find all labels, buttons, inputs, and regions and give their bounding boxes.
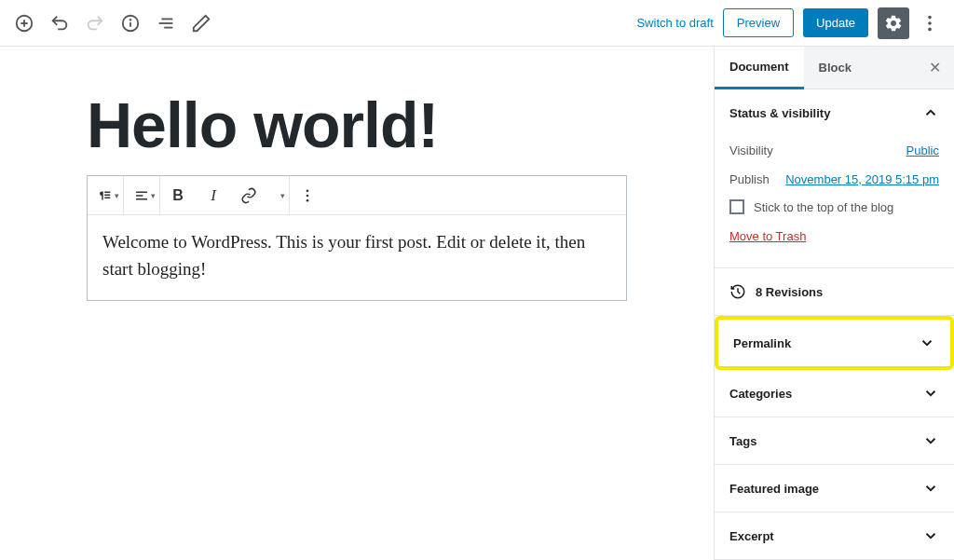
- svg-point-5: [130, 19, 131, 20]
- svg-point-9: [928, 15, 932, 19]
- chevron-down-icon: [922, 480, 939, 497]
- chevron-down-icon: [922, 385, 939, 402]
- visibility-label: Visibility: [729, 143, 773, 157]
- paragraph-content[interactable]: Welcome to WordPress. This is your first…: [88, 215, 626, 300]
- sidebar-tabs: Document Block ✕: [715, 47, 954, 89]
- link-button[interactable]: [231, 176, 266, 215]
- panel-tags-label: Tags: [729, 434, 756, 448]
- topbar-left-tools: [7, 7, 218, 40]
- editor-topbar: Switch to draft Preview Update: [0, 0, 954, 47]
- panel-featured-image: Featured image: [715, 465, 954, 512]
- add-block-button[interactable]: [7, 7, 41, 40]
- panel-featured-image-toggle[interactable]: Featured image: [715, 465, 954, 512]
- more-formatting-button[interactable]: [266, 176, 289, 215]
- block-more-button[interactable]: [290, 176, 325, 215]
- panel-excerpt-label: Excerpt: [729, 529, 774, 543]
- svg-point-15: [307, 189, 309, 192]
- settings-button[interactable]: [878, 7, 909, 39]
- chevron-down-icon: [922, 527, 939, 544]
- update-button[interactable]: Update: [803, 8, 868, 37]
- tab-block[interactable]: Block: [804, 48, 866, 88]
- bold-button[interactable]: B: [160, 176, 196, 215]
- chevron-down-icon: [919, 335, 935, 351]
- edit-mode-button[interactable]: [184, 7, 218, 40]
- panel-tags-toggle[interactable]: Tags: [715, 417, 954, 464]
- editor-inner: Hello world! B I: [40, 93, 674, 301]
- panel-categories-toggle[interactable]: Categories: [715, 370, 954, 417]
- publish-label: Publish: [729, 172, 770, 186]
- redo-button[interactable]: [78, 7, 112, 40]
- align-button[interactable]: [124, 176, 159, 215]
- settings-sidebar: Document Block ✕ Status & visibility Vis…: [714, 47, 954, 560]
- chevron-down-icon: [922, 432, 939, 449]
- panel-excerpt: Excerpt: [715, 512, 954, 560]
- outline-button[interactable]: [149, 7, 183, 40]
- visibility-row: Visibility Public: [729, 136, 939, 165]
- block-toolbar: B I: [88, 176, 626, 215]
- revisions-link[interactable]: 8 Revisions: [715, 268, 954, 316]
- history-icon: [729, 283, 746, 300]
- block-type-button[interactable]: [88, 176, 123, 215]
- panel-permalink-toggle[interactable]: Permalink: [718, 320, 950, 366]
- panel-permalink: Permalink: [715, 316, 954, 370]
- topbar-right-actions: Switch to draft Preview Update: [636, 7, 947, 40]
- italic-button[interactable]: I: [196, 176, 231, 215]
- revisions-label: 8 Revisions: [756, 285, 823, 299]
- panel-status-toggle[interactable]: Status & visibility: [715, 89, 954, 136]
- sticky-checkbox-row[interactable]: Stick to the top of the blog: [729, 194, 939, 224]
- panel-excerpt-toggle[interactable]: Excerpt: [715, 512, 954, 559]
- panel-status-label: Status & visibility: [729, 106, 830, 120]
- close-sidebar-button[interactable]: ✕: [916, 59, 954, 76]
- svg-point-10: [928, 21, 932, 25]
- editor-canvas[interactable]: Hello world! B I: [0, 47, 714, 560]
- panel-categories: Categories: [715, 370, 954, 417]
- svg-point-17: [307, 199, 309, 202]
- panel-status-visibility: Status & visibility Visibility Public Pu…: [715, 89, 954, 268]
- publish-value-link[interactable]: November 15, 2019 5:15 pm: [785, 172, 939, 186]
- undo-button[interactable]: [43, 7, 76, 40]
- panel-tags: Tags: [715, 417, 954, 465]
- panel-status-body: Visibility Public Publish November 15, 2…: [715, 136, 954, 267]
- svg-point-16: [307, 195, 309, 198]
- post-title[interactable]: Hello world!: [87, 93, 627, 157]
- panel-permalink-label: Permalink: [733, 336, 791, 350]
- visibility-value-link[interactable]: Public: [906, 143, 939, 157]
- sticky-checkbox[interactable]: [729, 199, 744, 214]
- chevron-up-icon: [922, 104, 939, 121]
- switch-to-draft-link[interactable]: Switch to draft: [636, 16, 713, 30]
- main-area: Hello world! B I: [0, 47, 954, 560]
- more-options-button[interactable]: [919, 7, 941, 40]
- panel-categories-label: Categories: [729, 387, 792, 401]
- tab-document[interactable]: Document: [715, 47, 804, 89]
- sticky-label: Stick to the top of the blog: [754, 200, 893, 214]
- move-to-trash-link[interactable]: Move to Trash: [729, 224, 806, 254]
- publish-row: Publish November 15, 2019 5:15 pm: [729, 165, 939, 194]
- svg-point-11: [928, 27, 932, 31]
- paragraph-block[interactable]: B I Welcome to WordPress. This is your f…: [87, 175, 627, 301]
- preview-button[interactable]: Preview: [723, 8, 794, 37]
- panel-featured-image-label: Featured image: [729, 482, 819, 496]
- info-button[interactable]: [114, 7, 147, 40]
